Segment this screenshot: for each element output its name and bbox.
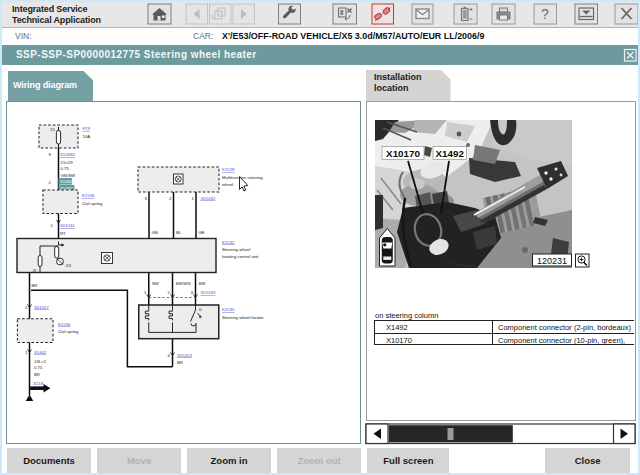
svg-text:X05053: X05053 [177,353,192,358]
svg-text:X01011: X01011 [60,223,75,228]
svg-text:K1530: K1530 [82,193,95,198]
svg-text:RT: RT [60,231,66,236]
svg-text:X1462: X1462 [60,179,73,184]
svg-text:GE: GE [199,230,205,235]
svg-text:2: 2 [169,196,172,201]
svg-text:2: 2 [49,180,52,185]
svg-text:X01032: X01032 [201,196,216,201]
svg-text:SW: SW [152,281,160,286]
svg-text:BR: BR [34,372,40,377]
svg-text:X1462: X1462 [34,350,47,355]
svg-text:0.75: 0.75 [61,166,70,171]
svg-text:0.75: 0.75 [34,365,43,370]
svg-text:Multifunction steering: Multifunction steering [222,175,263,180]
svg-text:BR: BR [177,360,183,365]
svg-text:?: ? [541,6,549,22]
svg-text:K1532: K1532 [222,240,235,245]
svg-text:BR: BR [32,283,38,288]
svg-text:GN/SW: GN/SW [61,173,77,178]
svg-text:1: 1 [192,196,195,201]
svg-text:1: 1 [51,223,54,228]
svg-text:120231: 120231 [537,256,567,266]
svg-text:X218: X218 [33,381,44,386]
svg-text:Steering wheel heater: Steering wheel heater [222,315,264,320]
svg-text:wheel: wheel [222,182,233,187]
svg-text:SW: SW [199,281,207,286]
svg-text:GN: GN [152,230,158,235]
svg-text:BL: BL [176,230,182,235]
svg-text:X01027: X01027 [34,305,49,310]
svg-text:2/1: 2/1 [66,263,73,268]
svg-text:X10170: X10170 [386,148,420,159]
svg-text:X1492: X1492 [436,148,465,159]
svg-text:K1530: K1530 [58,322,71,327]
svg-text:Coil spring: Coil spring [58,329,79,334]
svg-text:2: 2 [168,290,171,295]
svg-text:4: 4 [168,353,171,358]
svg-text:K1535: K1535 [222,307,235,312]
svg-text:10A: 10A [83,134,91,139]
svg-text:9: 9 [49,152,52,157]
svg-text:Coil spring: Coil spring [82,201,103,206]
svg-text:Steering wheel: Steering wheel [222,247,250,252]
svg-text:heating control unit: heating control unit [222,254,259,259]
svg-text:15: 15 [50,127,55,132]
svg-text:1: 1 [144,290,147,295]
svg-text:3: 3 [145,196,148,201]
svg-text:24L<1: 24L<1 [34,359,47,364]
svg-text:X10830: X10830 [60,152,75,157]
svg-text:3: 3 [191,290,194,295]
svg-text:K1528: K1528 [222,167,235,172]
svg-text:SW/WS: SW/WS [176,281,191,286]
svg-text:X01033: X01033 [201,290,216,295]
svg-text:F29: F29 [83,126,91,131]
svg-text:15<29: 15<29 [61,160,74,165]
